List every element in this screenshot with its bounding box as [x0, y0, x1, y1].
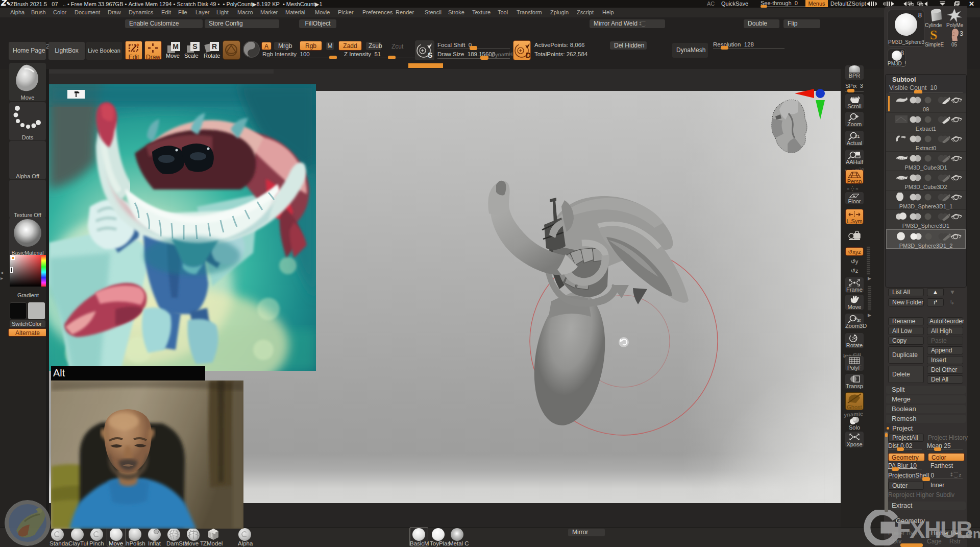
svg-text:S: S: [428, 51, 432, 59]
svg-text:D: D: [526, 51, 530, 59]
svg-text:S: S: [930, 28, 937, 42]
svg-text:3D: 3D: [857, 318, 861, 323]
svg-text:x1: x1: [855, 134, 860, 139]
